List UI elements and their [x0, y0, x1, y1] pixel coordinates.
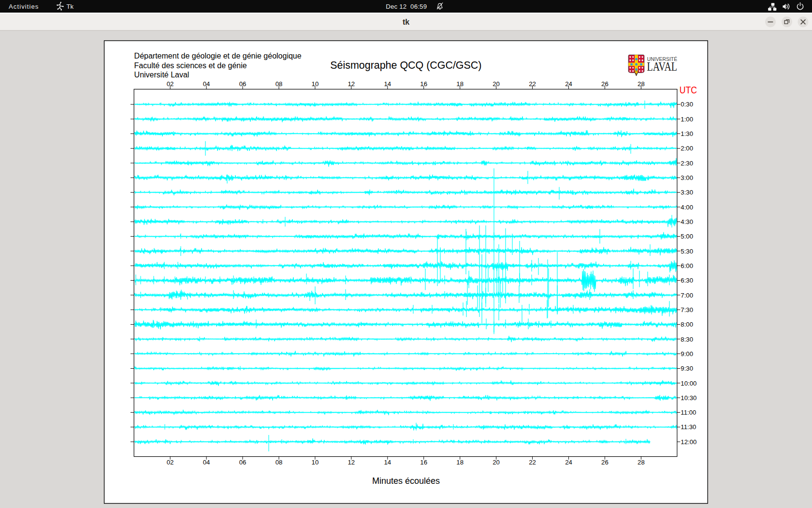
svg-text:2:00: 2:00	[681, 145, 693, 152]
svg-text:06: 06	[239, 459, 246, 466]
svg-text:24: 24	[565, 459, 572, 466]
svg-text:26: 26	[601, 459, 609, 466]
svg-text:4:00: 4:00	[681, 204, 693, 211]
svg-text:10: 10	[312, 459, 319, 466]
svg-text:Tk: Tk	[67, 3, 74, 10]
svg-text:11:30: 11:30	[681, 423, 696, 431]
svg-text:UTC: UTC	[680, 85, 697, 95]
svg-text:04: 04	[203, 459, 210, 466]
svg-text:Séismographe QCQ (CGC/GSC): Séismographe QCQ (CGC/GSC)	[330, 60, 481, 71]
svg-text:7:30: 7:30	[681, 306, 693, 314]
svg-text:6:30: 6:30	[681, 277, 693, 284]
svg-text:3:00: 3:00	[681, 174, 693, 181]
svg-text:2:30: 2:30	[681, 160, 693, 167]
svg-text:08: 08	[276, 459, 283, 466]
svg-text:tk: tk	[403, 18, 409, 26]
svg-text:02: 02	[167, 459, 174, 466]
svg-text:20: 20	[493, 459, 500, 466]
svg-text:5:00: 5:00	[681, 233, 693, 240]
svg-text:16: 16	[420, 459, 427, 466]
svg-text:Département de géologie et de: Département de géologie et de génie géol…	[134, 52, 302, 60]
svg-text:Activities: Activities	[9, 3, 39, 10]
svg-text:Minutes écoulées: Minutes écoulées	[372, 476, 440, 486]
svg-text:1:30: 1:30	[681, 130, 693, 137]
svg-text:9:00: 9:00	[681, 350, 693, 358]
svg-text:8:00: 8:00	[681, 321, 693, 328]
svg-text:4:30: 4:30	[681, 218, 693, 225]
svg-text:Faculté des sciences et de gén: Faculté des sciences et de génie	[134, 61, 247, 70]
svg-text:3:30: 3:30	[681, 189, 693, 196]
svg-text:Université Laval: Université Laval	[134, 71, 189, 79]
svg-text:12:00: 12:00	[681, 438, 696, 446]
svg-text:18: 18	[456, 459, 464, 466]
svg-text:28: 28	[638, 459, 645, 466]
svg-text:10:00: 10:00	[681, 380, 696, 387]
svg-text:22: 22	[529, 459, 536, 466]
svg-text:6:00: 6:00	[681, 262, 693, 269]
svg-text:9:30: 9:30	[681, 365, 693, 372]
svg-text:12: 12	[348, 459, 355, 466]
svg-text:0:30: 0:30	[681, 101, 693, 108]
svg-text:5:30: 5:30	[681, 248, 693, 255]
svg-text:14: 14	[384, 459, 391, 466]
svg-text:LAVAL: LAVAL	[647, 60, 678, 73]
svg-text:1:00: 1:00	[681, 116, 693, 123]
svg-text:Dec 12 06:59: Dec 12 06:59	[386, 3, 427, 10]
svg-text:7:00: 7:00	[681, 292, 693, 299]
svg-text:8:30: 8:30	[681, 336, 693, 343]
svg-text:10:30: 10:30	[681, 394, 696, 402]
svg-text:11:00: 11:00	[681, 409, 696, 416]
